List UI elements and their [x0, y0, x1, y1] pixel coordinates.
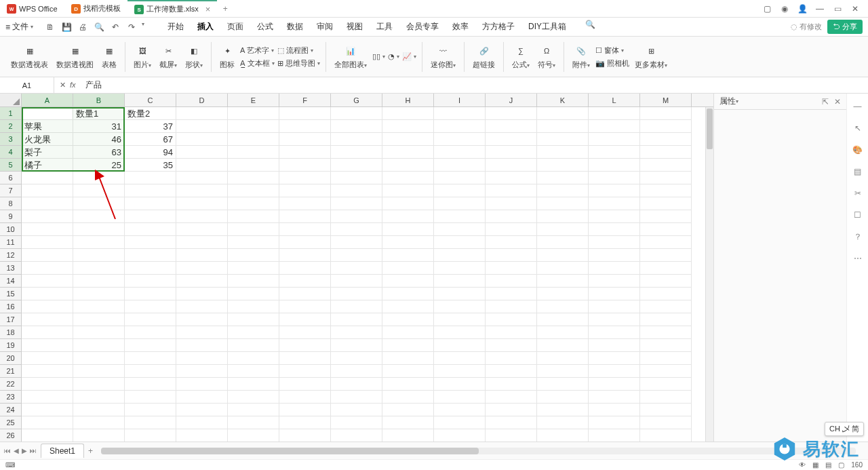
- cell[interactable]: [176, 159, 228, 172]
- cell[interactable]: [228, 391, 279, 404]
- flowchart-button[interactable]: ⬚ 流程图▾: [277, 45, 320, 56]
- cell[interactable]: [73, 339, 125, 352]
- status-mode-icon[interactable]: ⌨: [5, 461, 15, 469]
- cell[interactable]: [331, 404, 382, 416]
- cell[interactable]: [640, 223, 692, 236]
- cell[interactable]: [125, 223, 176, 236]
- cell[interactable]: [176, 391, 228, 404]
- cell[interactable]: [125, 172, 176, 184]
- cell[interactable]: [486, 404, 537, 416]
- cell[interactable]: [382, 107, 434, 120]
- cell[interactable]: [22, 197, 73, 210]
- column-header[interactable]: M: [640, 94, 692, 106]
- cell[interactable]: [176, 416, 228, 429]
- pivot-chart-button[interactable]: ▦数据透视图: [54, 43, 96, 70]
- cell[interactable]: [537, 120, 589, 133]
- cell[interactable]: [382, 313, 434, 326]
- cell[interactable]: [640, 249, 692, 262]
- cell[interactable]: [73, 223, 125, 236]
- cell[interactable]: [640, 288, 692, 300]
- cell[interactable]: 63: [73, 146, 125, 159]
- cell[interactable]: [279, 300, 331, 313]
- cell[interactable]: [640, 416, 692, 429]
- maximize-button[interactable]: ▭: [830, 3, 845, 15]
- cell[interactable]: [486, 326, 537, 339]
- cell[interactable]: [228, 133, 279, 146]
- cell[interactable]: [537, 313, 589, 326]
- cell[interactable]: [640, 378, 692, 391]
- cell[interactable]: [22, 378, 73, 391]
- cell[interactable]: [537, 378, 589, 391]
- cell[interactable]: [176, 404, 228, 416]
- cell[interactable]: [537, 249, 589, 262]
- cell[interactable]: [434, 146, 486, 159]
- cell[interactable]: [434, 262, 486, 275]
- cell[interactable]: [176, 133, 228, 146]
- cell[interactable]: [176, 146, 228, 159]
- tab-member[interactable]: 会员专享: [405, 18, 440, 35]
- row-header[interactable]: 8: [0, 197, 22, 210]
- cell[interactable]: [228, 300, 279, 313]
- cell[interactable]: 产品: [22, 107, 73, 120]
- cell[interactable]: [640, 300, 692, 313]
- cell[interactable]: [176, 107, 228, 120]
- cell[interactable]: [640, 429, 692, 442]
- cell[interactable]: [537, 288, 589, 300]
- cell[interactable]: [486, 365, 537, 378]
- cell[interactable]: [125, 197, 176, 210]
- search-icon[interactable]: 🔍: [584, 18, 596, 31]
- rail-more-icon[interactable]: ⋯: [852, 252, 864, 265]
- workbook-tab[interactable]: S 工作簿数量.xlsx ×: [127, 0, 218, 17]
- cell[interactable]: [176, 197, 228, 210]
- cell[interactable]: [22, 391, 73, 404]
- cell[interactable]: [537, 339, 589, 352]
- cell[interactable]: [228, 339, 279, 352]
- cell[interactable]: [176, 429, 228, 442]
- cell[interactable]: [640, 262, 692, 275]
- cell[interactable]: [382, 120, 434, 133]
- row-header[interactable]: 12: [0, 249, 22, 262]
- cell[interactable]: [434, 184, 486, 197]
- cell[interactable]: [537, 223, 589, 236]
- cell[interactable]: [228, 275, 279, 288]
- cell[interactable]: [279, 184, 331, 197]
- cell[interactable]: [589, 172, 640, 184]
- cell[interactable]: [486, 339, 537, 352]
- cell[interactable]: [331, 275, 382, 288]
- table-button[interactable]: ▦表格: [99, 43, 119, 70]
- cell[interactable]: [228, 288, 279, 300]
- cell[interactable]: [537, 300, 589, 313]
- cell[interactable]: [589, 416, 640, 429]
- cell[interactable]: [537, 197, 589, 210]
- cell[interactable]: [73, 184, 125, 197]
- column-header[interactable]: I: [434, 94, 486, 106]
- cell[interactable]: [125, 429, 176, 442]
- cell[interactable]: [176, 262, 228, 275]
- cell[interactable]: [228, 262, 279, 275]
- cell[interactable]: [279, 223, 331, 236]
- vertical-scrollbar[interactable]: [705, 107, 713, 442]
- sheet-nav-prev[interactable]: ◀: [14, 447, 19, 454]
- screenshot-button[interactable]: ✂截屏▾: [157, 43, 180, 70]
- cell[interactable]: [22, 275, 73, 288]
- cell[interactable]: 数量2: [125, 107, 176, 120]
- cell[interactable]: [486, 107, 537, 120]
- zoom-value[interactable]: 160: [851, 461, 863, 469]
- wordart-button[interactable]: A 艺术字▾: [240, 45, 275, 56]
- cell[interactable]: [382, 326, 434, 339]
- cell[interactable]: 梨子: [22, 146, 73, 159]
- cell[interactable]: [382, 236, 434, 249]
- cell[interactable]: [331, 288, 382, 300]
- cell[interactable]: [22, 300, 73, 313]
- cell[interactable]: [537, 210, 589, 223]
- window-btn-2[interactable]: ◉: [777, 3, 792, 15]
- cell[interactable]: [176, 326, 228, 339]
- cell[interactable]: [589, 210, 640, 223]
- cell[interactable]: [589, 184, 640, 197]
- cell[interactable]: [589, 339, 640, 352]
- chevron-down-icon[interactable]: ▾: [736, 98, 738, 104]
- cell[interactable]: [228, 197, 279, 210]
- cell[interactable]: [279, 275, 331, 288]
- cell[interactable]: [434, 223, 486, 236]
- cell[interactable]: [382, 300, 434, 313]
